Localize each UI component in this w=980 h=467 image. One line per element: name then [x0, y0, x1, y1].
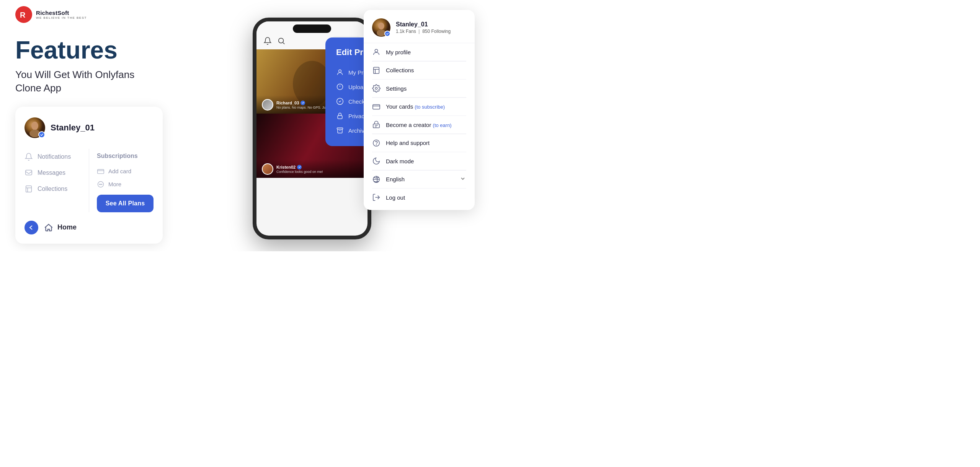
svg-rect-23	[374, 67, 379, 73]
card-menu: Notifications Messages Collections	[24, 149, 154, 212]
sub-item-more[interactable]: More	[97, 178, 154, 191]
dropdown-item-dark-mode[interactable]: Dark mode	[364, 152, 475, 170]
chevron-icon	[459, 175, 466, 183]
post-overlay-2: Kristen02 Confidence looks good on me!	[256, 159, 368, 178]
post-avatar-1	[262, 99, 273, 111]
post-avatar-2	[262, 163, 273, 175]
search-icon	[277, 37, 286, 45]
dropdown-avatar	[372, 18, 390, 37]
back-button[interactable]	[24, 221, 38, 234]
dropdown-item-become-creator[interactable]: Become a creator (to earn)	[364, 116, 475, 133]
features-title: Features	[15, 37, 176, 63]
phone-topbar-icons	[263, 37, 286, 45]
card-menu-left: Notifications Messages Collections	[24, 149, 89, 212]
sub-item-add-card[interactable]: Add card	[97, 165, 154, 178]
verified-icon-1	[301, 101, 305, 105]
svg-point-28	[376, 145, 377, 145]
profile-card: Stanley_01 Notifications Messages	[15, 107, 163, 244]
dropdown-username: Stanley_01	[396, 21, 451, 28]
dropdown-item-collections[interactable]: Collections	[364, 62, 475, 79]
dropdown-menu: Stanley_01 1.1k Fans | 850 Following My …	[364, 10, 475, 210]
card-bottom: Home	[24, 221, 154, 234]
dropdown-user-info: Stanley_01 1.1k Fans | 850 Following	[396, 21, 451, 34]
svg-text:R: R	[20, 11, 26, 19]
dropdown-profile-header: Stanley_01 1.1k Fans | 850 Following	[364, 18, 475, 43]
svg-point-15	[279, 38, 284, 43]
profile-card-header: Stanley_01	[24, 117, 154, 138]
svg-rect-4	[26, 170, 32, 175]
phone-notch	[293, 24, 331, 33]
menu-item-messages[interactable]: Messages	[24, 165, 81, 181]
logo-text: RichestSoft WE BELIEVE IN THE BEST	[36, 10, 87, 20]
see-all-plans-button[interactable]: See All Plans	[97, 195, 154, 212]
menu-item-notifications[interactable]: Notifications	[24, 149, 81, 165]
svg-point-2	[31, 122, 38, 130]
svg-point-22	[375, 49, 377, 52]
menu-item-collections[interactable]: Collections	[24, 181, 81, 197]
svg-point-8	[99, 184, 100, 185]
hero-text: Features You Will Get With Onlyfans Clon…	[15, 29, 176, 244]
features-subtitle: You Will Get With Onlyfans Clone App	[15, 68, 176, 95]
profile-username: Stanley_01	[51, 123, 95, 133]
svg-rect-6	[98, 169, 104, 174]
dropdown-item-english[interactable]: English	[364, 171, 475, 188]
post-user-info-2: Kristen02 Confidence looks good on me!	[276, 165, 362, 174]
svg-point-20	[378, 23, 384, 29]
svg-rect-14	[337, 128, 343, 129]
svg-rect-25	[373, 104, 380, 109]
post-user-2: Kristen02 Confidence looks good on me!	[262, 163, 362, 175]
svg-point-11	[339, 70, 341, 72]
svg-point-9	[100, 184, 101, 185]
post-caption-2: Confidence looks good on me!	[276, 170, 362, 174]
verified-icon-2	[297, 165, 302, 169]
dropdown-verified-badge	[384, 31, 390, 37]
dropdown-item-help-support[interactable]: Help and support	[364, 134, 475, 152]
card-menu-right: Subscriptions Add card More See All Plan…	[89, 149, 154, 212]
dropdown-item-log-out[interactable]: Log out	[364, 189, 475, 206]
avatar	[24, 117, 45, 138]
svg-point-10	[101, 184, 102, 185]
svg-rect-5	[26, 185, 32, 192]
dropdown-item-my-profile[interactable]: My profile	[364, 43, 475, 61]
main-content: Features You Will Get With Onlyfans Clon…	[0, 29, 490, 251]
svg-rect-26	[373, 124, 380, 128]
subscriptions-label: Subscriptions	[97, 149, 154, 165]
dropdown-item-settings[interactable]: Settings	[364, 80, 475, 97]
notification-bell-icon	[263, 37, 272, 45]
post-username-2: Kristen02	[276, 165, 362, 169]
dropdown-stats: 1.1k Fans | 850 Following	[396, 29, 451, 34]
svg-rect-13	[338, 116, 342, 119]
verified-badge	[38, 131, 45, 138]
svg-point-24	[375, 87, 377, 89]
dropdown-item-your-cards[interactable]: Your cards (to subscribe)	[364, 98, 475, 116]
logo-icon: R	[15, 6, 32, 23]
home-nav[interactable]: Home	[44, 223, 77, 233]
